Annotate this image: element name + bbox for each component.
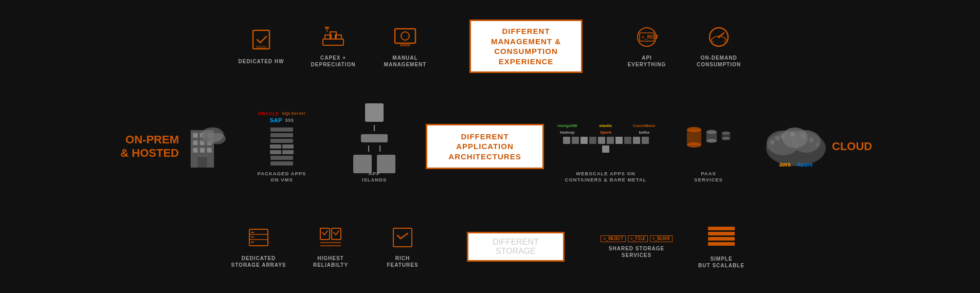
paas-label: PaaSSERVICES bbox=[694, 171, 723, 184]
svg-rect-2 bbox=[323, 39, 343, 45]
architectures-box: DIFFERENTAPPLICATIONARCHITECTURES bbox=[426, 124, 544, 170]
container-dot bbox=[580, 137, 588, 144]
app-islands-section: APPISLANDS bbox=[328, 110, 421, 184]
cylinder-icon-2 bbox=[706, 129, 717, 148]
svg-line-19 bbox=[724, 41, 725, 42]
container-dot bbox=[563, 137, 570, 144]
webscale-section: mongoDB elastic CouchBase hadoop Spark k… bbox=[549, 110, 662, 184]
aws-logo: aws bbox=[779, 161, 791, 168]
packaged-apps-label: PACKAGED APPSON VMs bbox=[258, 171, 306, 184]
shared-storage-group: >_OBJECT >_FILE >_BLOCK SHARED STORAGESE… bbox=[595, 235, 678, 259]
bottom-row: DEDICATEDSTORAGE ARRAYS HIGHESTRELIABILT… bbox=[0, 206, 980, 288]
manual-mgmt-label: MANUALMANAGEMENT bbox=[384, 54, 427, 68]
shared-storage-label: SHARED STORAGESERVICES bbox=[609, 245, 664, 259]
on-prem-label: ON-PREM & HOSTED bbox=[97, 133, 179, 160]
svg-rect-63 bbox=[708, 227, 735, 230]
container-dot bbox=[572, 137, 579, 144]
pkg-logos: ORACLE SQLServer SAP $$$ bbox=[258, 111, 306, 123]
highest-reliability-label: HIGHESTRELIABILTY bbox=[313, 255, 348, 268]
building-section bbox=[179, 121, 230, 172]
container-dot bbox=[589, 137, 596, 144]
dedicated-hw-group: DEDICATED HW bbox=[228, 28, 295, 65]
server-rack bbox=[270, 127, 294, 166]
highest-reliability-icon bbox=[318, 225, 343, 252]
island-line-left bbox=[368, 145, 369, 152]
app-islands-graphic bbox=[353, 110, 395, 167]
couchbase-logo: CouchBase bbox=[626, 123, 662, 128]
app-island-diagram bbox=[353, 103, 395, 173]
cloud-logos-container: aws Azure bbox=[760, 120, 832, 173]
svg-rect-1 bbox=[256, 46, 266, 49]
dedicated-storage-label: DEDICATEDSTORAGE ARRAYS bbox=[231, 255, 286, 268]
container-dots bbox=[559, 137, 652, 153]
paas-section: PaaSSERVICES bbox=[662, 110, 755, 184]
sap-logo: SAP bbox=[270, 117, 282, 123]
api-everything-group: >_REST APIEVERYTHING bbox=[613, 25, 680, 68]
capex-label: CAPEX +DEPRECIATION bbox=[311, 54, 356, 68]
container-dot bbox=[602, 145, 609, 153]
hadoop-logo: hadoop bbox=[549, 130, 586, 135]
management-experience-text: DIFFERENT MANAGEMENT &CONSUMPTION EXPERI… bbox=[491, 27, 561, 66]
container-dot bbox=[624, 137, 631, 144]
svg-point-10 bbox=[401, 32, 409, 40]
svg-rect-64 bbox=[708, 232, 735, 235]
svg-rect-66 bbox=[708, 242, 735, 246]
on-demand-label: ON-DEMANDCONSUMPTION bbox=[697, 54, 741, 68]
rich-features-label: RICHFEATURES bbox=[387, 255, 418, 268]
packaged-apps-graphic: ORACLE SQLServer SAP $$$ bbox=[258, 110, 306, 167]
svg-rect-27 bbox=[193, 148, 197, 153]
architectures-text: DIFFERENTAPPLICATIONARCHITECTURES bbox=[448, 132, 521, 161]
elasticsearch-logo: elastic bbox=[588, 123, 624, 128]
svg-point-39 bbox=[706, 139, 717, 142]
island-line-right bbox=[379, 145, 380, 152]
container-dot bbox=[607, 137, 614, 144]
rich-features-group: RICHFEATURES bbox=[369, 225, 436, 268]
container-dot bbox=[598, 137, 605, 144]
block-tag: >_BLOCK bbox=[650, 235, 673, 242]
top-row: DEDICATED HW CAPEX +DEPRECIATION bbox=[0, 5, 980, 87]
api-everything-icon: >_REST bbox=[634, 25, 659, 51]
webscale-label: WEBSCALE APPS ONCONTAINERS & BARE METAL bbox=[565, 171, 647, 184]
dedicated-storage-icon bbox=[246, 225, 271, 252]
cloud-services-section: aws Azure bbox=[760, 120, 832, 173]
svg-text:>_REST: >_REST bbox=[642, 34, 659, 40]
svg-rect-52 bbox=[809, 138, 813, 142]
paas-graphic bbox=[686, 110, 731, 167]
cloud-label: CLOUD bbox=[832, 140, 883, 153]
dedicated-hw-label: DEDICATED HW bbox=[238, 58, 284, 65]
svg-rect-9 bbox=[395, 29, 415, 43]
container-dot bbox=[642, 137, 649, 144]
dedicated-storage-group: DEDICATEDSTORAGE ARRAYS bbox=[225, 225, 292, 268]
management-experience-box: DIFFERENT MANAGEMENT &CONSUMPTION EXPERI… bbox=[469, 20, 583, 73]
main-container: DEDICATED HW CAPEX +DEPRECIATION bbox=[0, 0, 980, 293]
cylinder-icon-1 bbox=[686, 125, 702, 151]
svg-rect-30 bbox=[197, 157, 207, 168]
paas-icons bbox=[686, 125, 731, 151]
svg-rect-28 bbox=[200, 148, 205, 153]
shared-storage-tags: >_OBJECT >_FILE >_BLOCK bbox=[601, 235, 672, 242]
svg-rect-48 bbox=[775, 136, 779, 140]
different-storage-text: DIFFERENTSTORAGE bbox=[493, 237, 539, 255]
on-demand-icon bbox=[706, 25, 731, 51]
svg-point-33 bbox=[201, 133, 215, 144]
capex-group: CAPEX +DEPRECIATION bbox=[300, 25, 367, 68]
svg-rect-49 bbox=[781, 134, 785, 138]
island-line-v1 bbox=[374, 125, 375, 131]
cloud-brand-logos: aws Azure bbox=[779, 161, 812, 168]
kafka-logo: kafka bbox=[626, 130, 662, 135]
svg-rect-29 bbox=[207, 148, 212, 153]
island-node-top bbox=[365, 103, 384, 122]
oracle-logo: ORACLE bbox=[258, 111, 279, 116]
building-icon bbox=[182, 121, 228, 172]
packaged-apps-section: ORACLE SQLServer SAP $$$ bbox=[235, 110, 328, 184]
object-tag: >_OBJECT bbox=[601, 235, 626, 242]
simple-scalable-label: SIMPLEBUT SCALABLE bbox=[698, 255, 745, 269]
svg-point-36 bbox=[687, 142, 701, 148]
mongodb-logo: mongoDB bbox=[549, 123, 586, 128]
svg-rect-50 bbox=[791, 132, 795, 136]
svg-rect-65 bbox=[708, 237, 735, 241]
manual-mgmt-group: MANUALMANAGEMENT bbox=[372, 25, 439, 68]
simple-scalable-icon bbox=[706, 225, 737, 252]
svg-rect-53 bbox=[815, 142, 820, 146]
app-islands-label: APPISLANDS bbox=[362, 171, 387, 184]
